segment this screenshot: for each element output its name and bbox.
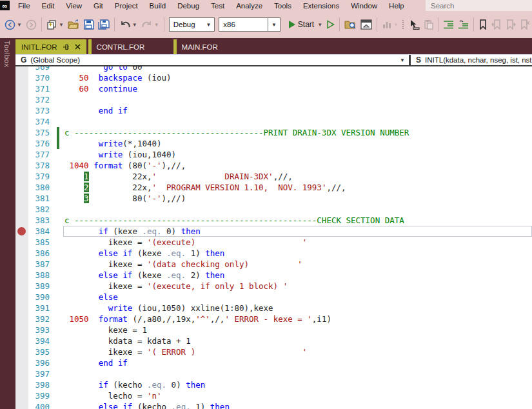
redo-caret[interactable]: ▼ (154, 22, 159, 28)
code-line[interactable]: ikexe = '(execute) ' (64, 237, 307, 248)
select-element-button[interactable] (406, 17, 421, 32)
code-line[interactable]: else if (kexe .eq. 1) then (64, 248, 224, 259)
code-line[interactable]: write (iou,1040) (64, 149, 176, 160)
code-line[interactable]: lecho = 'n' (64, 390, 162, 401)
code-line[interactable]: ikexe = '( ERROR ) ' (64, 346, 307, 357)
line-number: 375 (15, 127, 50, 138)
code-token-id: ,/, (210, 314, 225, 324)
pin-icon[interactable] (63, 43, 70, 50)
code-line[interactable]: 1040 format (80('-'),//, (64, 160, 186, 171)
code-line[interactable]: end if (64, 105, 128, 116)
platform-caret[interactable]: ▼ (268, 18, 280, 31)
code-line[interactable]: write (iou,1050) xxline(1:80),kexe (64, 303, 273, 314)
code-line[interactable]: kexe = 1 (64, 324, 147, 335)
tab-contrl-for[interactable]: CONTRL.FOR (88, 39, 172, 54)
code-line[interactable]: kdata = kdata + 1 (64, 335, 191, 346)
code-line[interactable]: 2 22x,' PROGRAM VERSION 1.10, NOV. 1993'… (64, 182, 346, 193)
code-token-id: (kecho (108, 380, 147, 390)
member-dropdown[interactable]: S INITL(kdata, nchar, nseg, ist, nst (409, 55, 532, 65)
search-input[interactable]: Search (426, 0, 532, 11)
code-line[interactable]: c --------------------------------------… (64, 215, 404, 226)
menu-tools[interactable]: Tools (268, 0, 297, 11)
menu-test[interactable]: Test (205, 0, 230, 11)
code-line[interactable]: ikexe = '(execute, if only 1 block) ' (64, 281, 288, 292)
menu-extensions[interactable]: Extensions (297, 0, 345, 11)
scope-dropdown[interactable]: G (Global Scope) ▼ (15, 55, 409, 65)
increase-indent-button[interactable] (457, 17, 470, 32)
toolbox-tab[interactable]: Toolbox (3, 41, 11, 67)
line-number: 392 (15, 314, 50, 324)
code-line[interactable]: write(*,1040) (64, 138, 162, 149)
menu-analyze[interactable]: Analyze (230, 0, 268, 11)
menu-window[interactable]: Window (345, 0, 383, 11)
performance-chart-button[interactable]: ▼ (380, 17, 400, 32)
undo-caret[interactable]: ▼ (132, 22, 137, 28)
start-without-debugging-button[interactable] (325, 17, 336, 32)
code-line[interactable]: if (kexe .eq. 0) then (64, 226, 201, 237)
new-project-button[interactable]: ▼ (45, 17, 65, 32)
toolbar-grip[interactable] (402, 20, 404, 29)
code-line[interactable]: else if (kexe .eq. 2) then (64, 270, 224, 281)
code-line[interactable]: 3 80('-'),//) (64, 193, 186, 204)
menu-edit[interactable]: Edit (36, 0, 61, 11)
menu-debug[interactable]: Debug (172, 0, 205, 11)
tab-main-for[interactable]: MAIN.FOR (173, 39, 257, 54)
code-token-lbl: 60 (79, 84, 89, 94)
paste-button[interactable] (422, 17, 435, 32)
configuration-caret[interactable]: ▼ (202, 22, 214, 28)
menu-git[interactable]: Git (88, 0, 109, 11)
code-line[interactable]: if (kecho .eq. 0) then (64, 379, 205, 390)
toggle-bookmark-button[interactable] (477, 17, 489, 32)
start-caret[interactable]: ▼ (317, 22, 322, 28)
next-bookmark-button[interactable] (504, 17, 517, 32)
menu-help[interactable]: Help (383, 0, 410, 11)
code-line[interactable]: else if (kecho .eq. 1) then (64, 401, 230, 409)
navigate-back-button[interactable]: ▼ (3, 17, 23, 32)
line-number: 397 (15, 368, 50, 379)
code-line[interactable]: end if (64, 357, 128, 368)
new-project-caret[interactable]: ▼ (59, 22, 64, 28)
code-token-id: kdata = kdata + 1 (64, 336, 191, 346)
code-line[interactable]: ikexe = '(data checking only) ' (64, 259, 302, 270)
bookmark-next-icon (506, 19, 516, 30)
code-line[interactable]: 60 continue (64, 83, 137, 94)
back-dropdown-caret[interactable]: ▼ (17, 22, 22, 28)
previous-bookmark-button[interactable] (490, 17, 503, 32)
scope-caret[interactable]: ▼ (400, 57, 409, 63)
code-line[interactable]: else (64, 292, 118, 303)
save-button[interactable] (83, 17, 95, 32)
code-line[interactable]: 50 backspace (iou) (64, 72, 172, 83)
open-file-button[interactable] (66, 17, 81, 32)
solution-explorer-button[interactable] (343, 17, 358, 32)
code-token-id (64, 150, 99, 159)
code-line[interactable]: 1 22x,' DRAIN-3DX',//, (64, 171, 293, 182)
tab-initl-for[interactable]: INITL.FOR (15, 39, 86, 54)
menu-build[interactable]: Build (144, 0, 172, 11)
code-line[interactable]: 1050 format (/,a80,/,19x,'^',/,' ERROR -… (64, 314, 331, 324)
close-icon[interactable] (75, 44, 81, 50)
line-number: 370 (15, 72, 50, 83)
visual-studio-logo-icon: ∞ (0, 1, 10, 10)
solution-platform-dropdown[interactable]: x86 ▼ (219, 17, 281, 32)
undo-button[interactable]: ▼ (118, 17, 139, 32)
navigate-forward-button[interactable] (25, 17, 38, 32)
code-line[interactable]: go to 60 (64, 66, 142, 72)
code-token-str: '-' (147, 194, 162, 203)
start-debugging-button[interactable]: Start ▼ (286, 17, 324, 32)
code-token-id: ikexe = (64, 259, 147, 269)
code-token-id (64, 194, 84, 203)
menu-file[interactable]: File (12, 0, 36, 11)
code-token-kw: else if (99, 270, 133, 280)
menu-project[interactable]: Project (109, 0, 144, 11)
decrease-indent-button[interactable] (442, 17, 455, 32)
code-editor[interactable]: 369 go to 60370 50 backspace (iou)371 60… (15, 66, 532, 409)
chart-caret[interactable]: ▼ (393, 22, 399, 28)
redo-button[interactable]: ▼ (140, 17, 161, 32)
code-line[interactable]: c --------------------------------------… (64, 127, 409, 138)
solution-configuration-dropdown[interactable]: Debug ▼ (169, 17, 215, 32)
line-number: 369 (15, 66, 50, 72)
clear-bookmarks-button[interactable] (518, 17, 531, 32)
properties-window-button[interactable] (359, 17, 373, 32)
save-all-button[interactable] (97, 17, 111, 32)
menu-view[interactable]: View (60, 0, 88, 11)
